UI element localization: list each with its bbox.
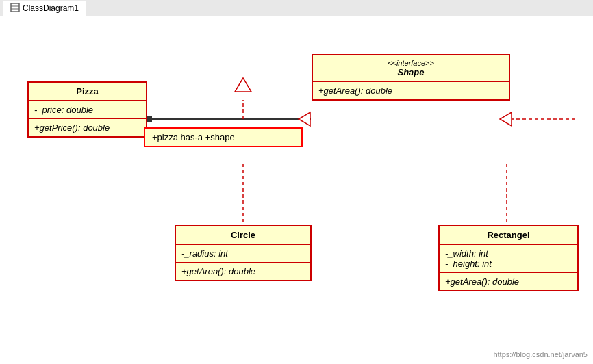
- svg-marker-10: [500, 112, 512, 126]
- diagram-icon: [10, 3, 20, 14]
- svg-rect-3: [147, 116, 152, 122]
- class-pizza-header: Pizza: [29, 83, 146, 101]
- tab-label: ClassDiagram1: [23, 3, 79, 13]
- class-pizza-methods: +getPrice(): double: [29, 119, 146, 136]
- class-pizza-fields: -_price: double: [29, 101, 146, 119]
- svg-rect-0: [11, 3, 19, 12]
- association-label: +pizza has-a +shape: [144, 127, 303, 147]
- svg-marker-11: [299, 112, 310, 126]
- diagram-area: Pizza -_price: double +getPrice(): doubl…: [0, 16, 593, 364]
- class-pizza[interactable]: Pizza -_price: double +getPrice(): doubl…: [27, 81, 147, 138]
- class-shape-methods: +getArea(): double: [313, 82, 509, 99]
- class-circle-fields: -_radius: int: [176, 245, 310, 263]
- class-rectangel-header: Rectangel: [440, 226, 577, 245]
- class-rectangel-fields: -_width: int -_height: int: [440, 245, 577, 273]
- class-circle-header: Circle: [176, 226, 310, 245]
- class-rectangel[interactable]: Rectangel -_width: int -_height: int +ge…: [438, 225, 579, 291]
- tab-classdiagram1[interactable]: ClassDiagram1: [3, 1, 86, 16]
- class-shape[interactable]: <<interface>> Shape +getArea(): double: [312, 54, 510, 101]
- class-circle[interactable]: Circle -_radius: int +getArea(): double: [175, 225, 312, 281]
- tab-bar: ClassDiagram1: [0, 0, 593, 16]
- watermark: https://blog.csdn.net/jarvan5: [493, 350, 588, 359]
- class-circle-methods: +getArea(): double: [176, 263, 310, 280]
- svg-marker-7: [235, 78, 251, 92]
- class-rectangel-methods: +getArea(): double: [440, 273, 577, 290]
- class-shape-header: <<interface>> Shape: [313, 55, 509, 82]
